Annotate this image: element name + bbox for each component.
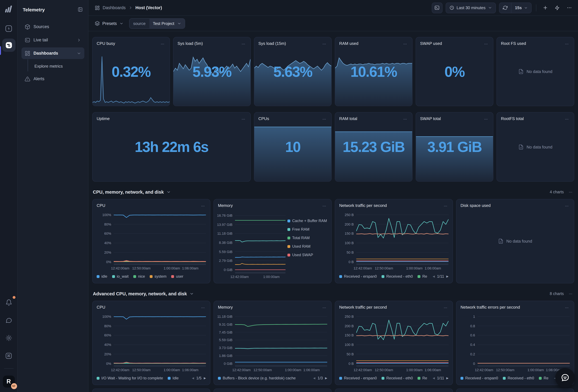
legend-item[interactable]: Received - erspan0	[339, 274, 377, 279]
page-next-icon[interactable]: ▶	[446, 377, 448, 380]
app-logo-icon[interactable]	[4, 4, 13, 13]
more-icon[interactable]	[402, 116, 408, 122]
more-icon[interactable]	[564, 305, 570, 311]
more-icon[interactable]	[568, 291, 574, 297]
legend-item[interactable]: Buffers - Block device (e.g. harddisk) c…	[218, 376, 296, 380]
sidebar-item-dashboards[interactable]: Dashboards	[21, 47, 84, 59]
more-icon[interactable]	[565, 3, 574, 12]
legend-label: idle	[101, 274, 107, 279]
lightning-rail-icon[interactable]	[3, 23, 14, 34]
y-tick-label: 0.4	[470, 343, 475, 346]
y-tick-label: 40%	[104, 343, 111, 346]
sidebar-item-sources[interactable]: Sources	[21, 21, 84, 33]
more-icon[interactable]	[564, 116, 570, 122]
more-icon[interactable]	[442, 203, 448, 209]
more-icon[interactable]	[402, 41, 408, 47]
legend-item[interactable]: io_wait	[112, 274, 129, 279]
more-icon[interactable]	[564, 203, 570, 209]
legend-item[interactable]: Re	[418, 274, 427, 279]
more-icon[interactable]	[568, 189, 574, 195]
chart-legend: Received - erspan0Received - eth0Re◀1/11…	[339, 375, 448, 381]
legend-item[interactable]: user	[171, 274, 183, 279]
legend-item[interactable]: Received - erspan0	[461, 376, 498, 380]
notifications-bell-icon[interactable]	[3, 297, 14, 308]
legend-item[interactable]: Cache + Buffer RAM	[288, 219, 327, 223]
legend-item[interactable]: system	[150, 274, 166, 279]
legend-label: I/O Wait - Waiting for I/O to complete	[101, 376, 163, 380]
page-prev-icon[interactable]: ◀	[433, 275, 435, 278]
cube-icon	[25, 24, 30, 30]
legend-item[interactable]: idle	[97, 274, 107, 279]
y-tick-label: 200 B	[345, 324, 354, 328]
page-prev-icon[interactable]: ◀	[192, 377, 194, 380]
refresh-button[interactable]	[499, 3, 511, 13]
page-prev-icon[interactable]: ◀	[433, 377, 435, 380]
legend-item[interactable]: Received - eth0	[382, 376, 413, 380]
source-select[interactable]: source Test Project	[129, 18, 185, 29]
card-title: CPU	[97, 305, 105, 310]
more-icon[interactable]	[564, 41, 570, 47]
top-bar: Dashboards Host (Vector) Last 30 minutes	[89, 0, 578, 16]
legend-item[interactable]: Received - eth0	[503, 376, 534, 380]
plot-zone: 0 GiB1.86 GiB3.73 GiB5.59 GiB7.45 GiB9.3…	[218, 313, 327, 367]
page-next-icon[interactable]: ▶	[204, 377, 206, 380]
more-icon[interactable]	[200, 305, 206, 311]
sidebar-item-live-tail[interactable]: Live tail	[21, 34, 84, 46]
legend-item[interactable]: Re	[418, 376, 427, 380]
add-panel-button[interactable]	[541, 3, 550, 12]
more-icon[interactable]	[240, 116, 246, 122]
avatar[interactable]: R NF	[3, 376, 15, 388]
sidebar: Telemetry Sources	[18, 0, 89, 392]
legend-item[interactable]: nice	[133, 274, 145, 279]
more-icon[interactable]	[483, 41, 489, 47]
sidebar-collapse-icon[interactable]	[77, 7, 83, 12]
legend-item[interactable]: Re	[539, 376, 548, 380]
legend-swatch	[288, 228, 290, 231]
more-icon[interactable]	[321, 203, 327, 209]
dashboard-toolbar: Presets source Test Project	[89, 16, 578, 31]
sidebar-item-explore-metrics[interactable]: Explore metrics	[21, 61, 84, 71]
legend-item[interactable]: Used SWAP	[288, 253, 327, 257]
legend-pagination: ◀1/3▶	[313, 376, 327, 380]
legend-item[interactable]: Free RAM	[288, 227, 327, 232]
more-icon[interactable]	[159, 41, 165, 47]
legend-item[interactable]: Received - erspan0	[339, 376, 377, 380]
page-next-icon[interactable]: ▶	[325, 377, 327, 380]
telemetry-rail-icon[interactable]	[2, 39, 15, 52]
page-prev-icon[interactable]: ◀	[313, 377, 315, 380]
x-tick-labels: 12:42:00am12:50:00am1:00:00am1:06:00am	[114, 367, 206, 372]
time-range-picker[interactable]: Last 30 minutes	[445, 2, 496, 13]
legend-item[interactable]: Idle	[168, 376, 179, 380]
more-icon[interactable]	[442, 305, 448, 311]
more-icon[interactable]	[321, 116, 327, 122]
card-title: Network traffic errors per second	[461, 305, 520, 310]
sidebar-item-alerts[interactable]: Alerts	[21, 73, 84, 85]
legend-item[interactable]: I/O Wait - Waiting for I/O to complete	[97, 376, 163, 380]
more-icon[interactable]	[200, 203, 206, 209]
sidebar-title: Telemetry	[23, 7, 45, 12]
stat-card-root-fs-used: Root FS used No data found	[496, 37, 574, 106]
x-tick-label: 12:42:00am	[230, 275, 249, 279]
breadcrumb-dashboards-link[interactable]: Dashboards	[103, 5, 126, 10]
more-icon[interactable]	[240, 41, 246, 47]
section-title[interactable]: CPU, memory, network, and disk	[93, 190, 171, 195]
more-icon[interactable]	[483, 116, 489, 122]
sidebar-item-label: Dashboards	[34, 51, 58, 56]
legend-item[interactable]: Total RAM	[288, 236, 327, 240]
page-next-icon[interactable]: ▶	[446, 275, 448, 278]
command-icon[interactable]: ⌘	[3, 350, 14, 361]
stat-card-sys-load-15m: Sys load (15m) 5.63%	[254, 37, 332, 106]
refresh-interval-select[interactable]: 15s	[511, 3, 531, 13]
more-icon[interactable]	[321, 41, 327, 47]
presets-dropdown[interactable]: Presets	[95, 21, 124, 26]
theme-sun-icon[interactable]	[3, 332, 14, 344]
legend-label: user	[176, 274, 183, 279]
more-icon[interactable]	[321, 305, 327, 311]
chat-bubble-icon[interactable]	[3, 315, 14, 326]
legend-item[interactable]: Used RAM	[288, 244, 327, 248]
legend-item[interactable]: Received - eth0	[382, 274, 413, 279]
section-title[interactable]: Advanced CPU, memory, network, and disk	[93, 291, 194, 296]
chat-fab-button[interactable]	[555, 368, 575, 388]
terminal-panel-button[interactable]	[432, 2, 442, 13]
lightning-button[interactable]	[553, 3, 562, 12]
